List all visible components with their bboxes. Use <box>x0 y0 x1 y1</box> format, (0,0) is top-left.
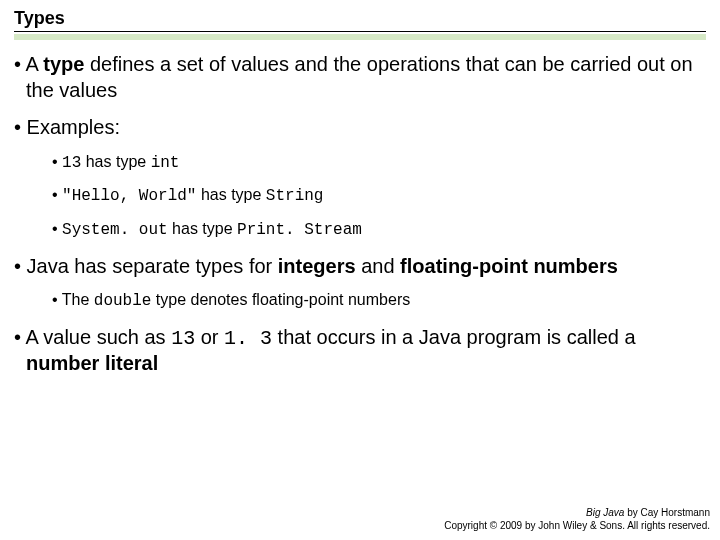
text-bold: integers <box>278 255 356 277</box>
bullet-icon: • <box>14 116 27 138</box>
footer-line-1: Big Java by Cay Horstmann <box>444 507 710 520</box>
text: A value such as <box>25 326 171 348</box>
footer-book-title: Big Java <box>586 507 624 518</box>
code: 1. 3 <box>224 327 272 350</box>
text-bold: type <box>43 53 84 75</box>
bullet-icon: • <box>14 326 25 348</box>
bullet-icon: • <box>52 153 62 170</box>
code: System. out <box>62 221 168 239</box>
title-block: Types <box>14 8 706 40</box>
text-bold: number literal <box>26 352 158 374</box>
slide-title: Types <box>14 8 706 29</box>
text: The <box>62 291 94 308</box>
text: defines a set of values and the operatio… <box>26 53 693 101</box>
text: A <box>25 53 43 75</box>
bullet-1: • A type defines a set of values and the… <box>14 52 706 103</box>
sub-bullet-2b: • "Hello, World" has type String <box>26 184 706 208</box>
text: Examples: <box>27 116 120 138</box>
text: Java has separate types for <box>27 255 278 277</box>
text-bold: floating-point numbers <box>400 255 618 277</box>
sub-bullet-3a: • The double type denotes floating-point… <box>26 289 706 313</box>
bullet-icon: • <box>52 186 62 203</box>
code: 13 <box>62 154 81 172</box>
sub-bullet-2a: • 13 has type int <box>26 151 706 175</box>
code: 13 <box>171 327 195 350</box>
text: that occurs in a Java program is called … <box>272 326 636 348</box>
slide: Types • A type defines a set of values a… <box>0 0 720 540</box>
code: int <box>151 154 180 172</box>
code: Print. Stream <box>237 221 362 239</box>
bullet-icon: • <box>14 53 25 75</box>
bullet-icon: • <box>52 291 62 308</box>
text: type denotes floating-point numbers <box>151 291 410 308</box>
text: has type <box>196 186 265 203</box>
bullet-3: • Java has separate types for integers a… <box>14 254 706 313</box>
bullet-list: • A type defines a set of values and the… <box>14 52 706 377</box>
sub-list: • The double type denotes floating-point… <box>26 289 706 313</box>
bullet-4: • A value such as 13 or 1. 3 that occurs… <box>14 325 706 377</box>
text: has type <box>168 220 237 237</box>
footer: Big Java by Cay Horstmann Copyright © 20… <box>444 507 710 532</box>
text: and <box>356 255 400 277</box>
sub-list: • 13 has type int • "Hello, World" has t… <box>26 151 706 242</box>
code: String <box>266 187 324 205</box>
bullet-icon: • <box>52 220 62 237</box>
code: "Hello, World" <box>62 187 196 205</box>
code: double <box>94 292 152 310</box>
sub-bullet-2c: • System. out has type Print. Stream <box>26 218 706 242</box>
title-rule-accent <box>14 34 706 40</box>
footer-author: by Cay Horstmann <box>624 507 710 518</box>
footer-line-2: Copyright © 2009 by John Wiley & Sons. A… <box>444 520 710 533</box>
text: or <box>195 326 224 348</box>
bullet-icon: • <box>14 255 27 277</box>
text: has type <box>81 153 150 170</box>
bullet-2: • Examples: • 13 has type int • "Hello, … <box>14 115 706 241</box>
